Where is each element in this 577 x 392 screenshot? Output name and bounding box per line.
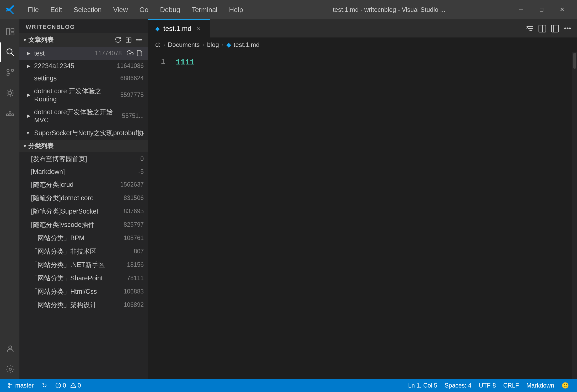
article-item-22234[interactable]: ▶ 22234a12345 11641086 [19,60,148,72]
editor-text[interactable]: 1111 [172,52,572,379]
menu-view[interactable]: View [108,0,134,19]
activity-extensions[interactable] [0,104,19,123]
status-spaces[interactable]: Spaces: 4 [441,379,475,392]
refresh-button[interactable] [113,35,123,45]
status-language[interactable]: Markdown [523,379,558,392]
tabs-bar: ◆ test.1.md ✕ [148,19,577,38]
breadcrumb-blog[interactable]: blog [207,41,219,48]
chevron-right-icon: ▶ [27,113,32,119]
category-item-9[interactable]: 「网站分类」SharePoint 78111 [19,271,148,285]
chevron-down-icon: ▾ [27,130,32,136]
category-name: 「网站分类」BPM [31,234,119,242]
category-id: 0 [140,155,144,162]
activity-account[interactable] [0,339,19,358]
status-errors[interactable]: 0 0 [52,379,85,392]
breadcrumb: d: › Documents › blog › ◆ test.1.md [148,38,577,52]
more-tab-actions[interactable]: ••• [562,23,573,34]
language-text: Markdown [526,382,554,389]
status-eol[interactable]: CRLF [500,379,523,392]
svg-point-5 [7,49,12,54]
activity-debug[interactable] [0,83,19,103]
status-encoding[interactable]: UTF-8 [475,379,500,392]
category-item-4[interactable]: [随笔分类]SuperSocket 837695 [19,205,148,218]
article-item-mvc[interactable]: ▶ dotnet core开发体验之开始MVC 55751... [19,105,148,126]
category-name: [随笔分类]SuperSocket [31,207,119,216]
article-id: 6886624 [120,75,144,82]
spaces-text: Spaces: 4 [445,382,471,389]
category-list-section[interactable]: ▾ 分类列表 [19,140,148,152]
breadcrumb-filename[interactable]: test.1.md [234,41,260,48]
activity-settings[interactable] [0,360,19,379]
eol-text: CRLF [503,382,519,389]
category-item-11[interactable]: 「网站分类」架构设计 106892 [19,298,148,312]
category-id: -5 [138,168,144,175]
chevron-right-icon: ▶ [27,92,32,98]
breadcrumb-documents[interactable]: Documents [168,41,200,48]
article-list-section[interactable]: ▾ 文章列表 ••• [19,33,148,47]
category-item-0[interactable]: [发布至博客园首页] 0 [19,152,148,166]
maximize-button[interactable]: □ [532,0,551,19]
upload-button[interactable] [126,49,134,57]
menu-terminal[interactable]: Terminal [186,0,223,19]
toggle-sidebar-action[interactable] [549,23,561,34]
category-item-2[interactable]: [随笔分类]crud 1562637 [19,178,148,191]
category-item-5[interactable]: [随笔分类]vscode插件 825797 [19,218,148,231]
split-editor-action[interactable] [537,23,548,34]
minimize-button[interactable]: ─ [511,0,531,19]
category-item-7[interactable]: 「网站分类」非技术区 807 [19,245,148,258]
category-item-3[interactable]: [随笔分类]dotnet core 831506 [19,191,148,205]
status-smiley[interactable]: 🙂 [558,379,573,392]
category-id: 837695 [124,208,144,215]
menu-selection[interactable]: Selection [68,0,108,19]
title-bar: File Edit Selection View Go Debug Termin… [0,0,577,19]
status-ln-col[interactable]: Ln 1, Col 5 [404,379,441,392]
category-item-10[interactable]: 「网站分类」Html/Css 106883 [19,285,148,298]
activity-explorer[interactable] [0,22,19,41]
article-id: 11774078 [95,50,122,57]
editor-content[interactable]: 1 1111 [148,52,577,379]
breadcrumb-drive[interactable]: d: [155,41,161,48]
article-item-actions [126,49,144,57]
category-item-8[interactable]: 「网站分类」.NET新手区 18156 [19,258,148,271]
article-item-supersocket[interactable]: ▾ SuperSocket与Netty之实现protobuf协 [19,126,148,140]
category-item-6[interactable]: 「网站分类」BPM 108761 [19,231,148,245]
svg-point-8 [11,69,14,72]
menu-help[interactable]: Help [223,0,249,19]
status-branch[interactable]: master [4,379,37,392]
status-bar: master ↻ 0 0 Ln 1, Col 5 Spaces: 4 [0,379,577,392]
tab-close-button[interactable]: ✕ [195,25,202,32]
category-name: 「网站分类」架构设计 [31,301,119,309]
svg-rect-13 [9,114,11,116]
activity-search[interactable] [0,42,19,62]
menu-bar: File Edit Selection View Go Debug Termin… [22,0,267,19]
editor-tab-actions: ••• [520,23,577,34]
article-section-actions: ••• [113,35,144,45]
workspace-label: WRITECNBLOG [19,19,148,33]
category-name: [随笔分类]crud [31,180,116,189]
new-article-button[interactable] [124,35,133,45]
more-actions-button[interactable]: ••• [134,35,144,45]
smiley-icon: 🙂 [562,382,569,389]
menu-file[interactable]: File [22,0,45,19]
close-button[interactable]: ✕ [552,0,572,19]
scrollbar-thumb[interactable] [573,53,576,69]
article-item-test[interactable]: ▶ test 11774078 [19,47,148,60]
article-item-settings[interactable]: ▶ settings 6886624 [19,72,148,84]
category-item-1[interactable]: [Markdown] -5 [19,166,148,178]
editor-scrollbar[interactable] [572,52,577,379]
svg-point-17 [9,368,11,371]
category-id: 106892 [124,301,144,308]
article-name: dotnet core 开发体验之Routing [34,87,116,103]
category-id: 78111 [127,275,144,282]
article-item-routing[interactable]: ▶ dotnet core 开发体验之Routing 5597775 [19,84,148,105]
menu-go[interactable]: Go [134,0,154,19]
svg-rect-15 [12,114,13,116]
menu-debug[interactable]: Debug [154,0,186,19]
menu-edit[interactable]: Edit [45,0,68,19]
source-control-action[interactable] [524,23,536,34]
activity-source-control[interactable] [0,63,19,82]
file-button[interactable] [135,49,144,57]
active-tab[interactable]: ◆ test.1.md ✕ [148,19,210,38]
status-sync[interactable]: ↻ [38,379,51,392]
article-section-chevron: ▾ [24,37,26,43]
